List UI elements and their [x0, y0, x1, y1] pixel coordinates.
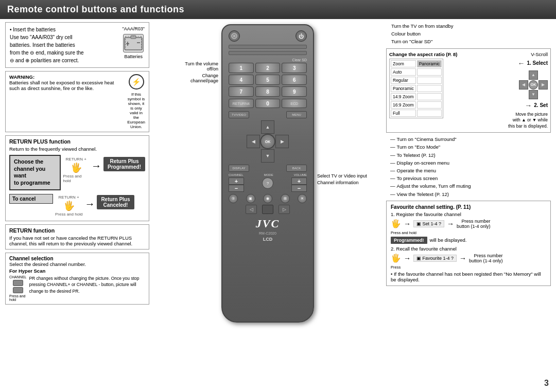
- zoom-option-regular: Regular: [391, 77, 416, 84]
- back-button[interactable]: BACK: [286, 165, 307, 172]
- bottom-num-row: RETURN4 0 ECD: [229, 99, 307, 108]
- clear-sd-label-row: Clear SD: [229, 58, 307, 62]
- nav-center[interactable]: [262, 205, 273, 214]
- jvc-logo: JVC: [229, 217, 307, 230]
- favourite-box: Favourite channel setting. (P. 11) 1. Re…: [386, 201, 551, 286]
- zoom-option-empty6: [417, 110, 442, 117]
- channel-buttons-image: CHANNEL Press and hold: [9, 275, 26, 301]
- model-number: RM-C2020: [229, 231, 307, 235]
- dpad-row-top: ▲: [248, 120, 288, 134]
- remote-bar1: [229, 45, 307, 49]
- display-button[interactable]: DISPLAY: [229, 165, 249, 172]
- icon-btn-5[interactable]: ✕: [298, 194, 307, 203]
- nav-left[interactable]: ◁: [246, 205, 257, 214]
- battery-box: • Insert the batteries Use two "AAA/R03"…: [5, 22, 149, 68]
- nav-arrow-row: ◁ ▷: [229, 205, 307, 214]
- svg-rect-0: [125, 38, 142, 50]
- ann-eco: —Turn on "Eco Mode": [390, 143, 551, 151]
- zoom-option-full: Full: [391, 110, 416, 117]
- num-btn-7[interactable]: 7: [229, 86, 254, 97]
- zoom-option-panoramic: Panoramic: [417, 60, 442, 67]
- channel-plus[interactable]: +: [229, 177, 244, 185]
- menu-button[interactable]: MENU: [286, 111, 307, 118]
- top-right-annotations: Turn the TV on from standby Colour butto…: [386, 22, 551, 46]
- fav-recall-row: 🖐 → ▣ Favourite 1-4 ? → Press number but…: [391, 253, 546, 263]
- num-btn-3[interactable]: 3: [282, 63, 307, 73]
- dpad-left[interactable]: ◀: [247, 135, 260, 148]
- warning-text: WARNING: Batteries shall not be exposed …: [9, 74, 124, 129]
- lcd-label: LCD: [229, 237, 307, 242]
- page-title: Remote control buttons and functions: [7, 4, 184, 14]
- mini-dpad-down: ▼: [529, 90, 538, 99]
- right-panel: Turn the TV on from standby Colour butto…: [386, 22, 551, 392]
- warning-box: WARNING: Batteries shall not be exposed …: [5, 71, 149, 132]
- ann-teletext: —To Teletext (P. 12): [390, 151, 551, 159]
- return-plus-box: RETURN PLUS function Return to the frequ…: [5, 135, 149, 221]
- num-btn-6[interactable]: 6: [282, 75, 307, 85]
- icon-btn-4[interactable]: ⊞: [281, 194, 290, 203]
- icon-btn-3[interactable]: ◉: [263, 194, 272, 203]
- icon-btn-1[interactable]: ①: [229, 194, 238, 203]
- aspect-ratio-box: Change the aspect ratio (P. 8) ZoomPanor…: [386, 48, 551, 133]
- select-label-row: ← 1. Select: [517, 59, 548, 67]
- vol-minus[interactable]: −: [291, 185, 307, 192]
- channel-minus-btn: [13, 287, 23, 293]
- remote-circle-btn-left[interactable]: [229, 30, 240, 42]
- vscroll-section: V-Scroll ← 1. Select ▲ ▼ ◀ ▶ OK → 2.: [507, 51, 548, 130]
- num-btn-1[interactable]: 1: [229, 63, 254, 73]
- mode-col: ?: [262, 177, 273, 192]
- remote-body: ⏻ Clear SD 1 2 3 4: [221, 24, 314, 323]
- set-label-row: → 2. Set: [525, 101, 548, 110]
- num-btn-2[interactable]: 2: [255, 63, 281, 73]
- icon-btn-2[interactable]: ▣: [246, 194, 255, 203]
- num-btn-4[interactable]: 4: [229, 75, 254, 85]
- mini-dpad-up: ▲: [529, 70, 538, 80]
- num-btn-9[interactable]: 9: [282, 86, 307, 97]
- mini-dpad-ok: OK: [529, 80, 538, 90]
- dpad-down[interactable]: ▼: [261, 149, 274, 163]
- zoom-option-empty: [417, 68, 442, 76]
- header: Remote control buttons and functions: [0, 0, 556, 19]
- warning-symbol: If this symbol is shown, it is only vali…: [127, 74, 145, 129]
- return4-button[interactable]: RETURN4: [229, 99, 254, 108]
- page-number: 3: [544, 379, 549, 388]
- ann-previous: —To previous screen: [390, 174, 551, 182]
- aspect-inner: Change the aspect ratio (P. 8) ZoomPanor…: [389, 51, 504, 118]
- tv-video-button[interactable]: TV/VIDEO: [229, 111, 249, 118]
- channel-minus[interactable]: −: [229, 185, 244, 192]
- num-btn-5[interactable]: 5: [255, 75, 281, 85]
- to-cancel-box: To cancel: [9, 194, 53, 204]
- zoom-option-empty3: [417, 85, 442, 92]
- ann-operate: —Operate the menu: [390, 167, 551, 174]
- ok-button[interactable]: OK: [260, 134, 275, 149]
- ann-onscreen: —Display on-screen menu: [390, 159, 551, 167]
- ann-cinema: —Turn on "Cinema Surround": [390, 135, 551, 143]
- zoom-option-empty5: [417, 101, 442, 109]
- ecd-button[interactable]: ECD: [282, 99, 307, 108]
- canceled-box: Return PlusCanceled!: [97, 195, 134, 209]
- zoom-option-zoom: Zoom: [391, 60, 416, 67]
- dpad-right[interactable]: ▶: [275, 135, 289, 148]
- channel-col: + −: [229, 177, 244, 192]
- return-function-box: RETURN function If you have not set or h…: [5, 224, 149, 250]
- hyper-scan-row: CHANNEL Press and hold PR changes withou…: [9, 275, 145, 301]
- nav-right[interactable]: ▷: [279, 205, 290, 214]
- mini-dpad-right: ▶: [538, 80, 548, 90]
- center-panel: Turn the volume off/on Change channel/pa…: [152, 22, 383, 392]
- zoom-option-169: 16:9 Zoom: [391, 101, 416, 109]
- ann-volume: —Adjust the volume, Turn off muting: [390, 182, 551, 190]
- num-btn-8[interactable]: 8: [255, 86, 281, 97]
- channel-vol-labels: CHANNEL MODE VOLUME: [229, 173, 307, 176]
- power-button[interactable]: ⏻: [296, 30, 307, 42]
- channel-plus-btn: [13, 280, 23, 286]
- vol-plus[interactable]: +: [291, 177, 307, 185]
- num-btn-0[interactable]: 0: [255, 99, 281, 108]
- programmed-badge: Programmed!: [391, 237, 427, 244]
- dpad-row-bottom: ▼: [248, 149, 288, 163]
- bottom-icon-buttons: ① ▣ ◉ ⊞ ✕: [229, 194, 307, 203]
- zoom-option-panoramic2: Panoramic: [391, 85, 416, 92]
- right-annotations: —Turn on "Cinema Surround" —Turn on "Eco…: [386, 135, 551, 198]
- dpad-up[interactable]: ▲: [261, 120, 274, 134]
- mode-button[interactable]: ?: [262, 177, 273, 189]
- battery-text: • Insert the batteries Use two "AAA/R03"…: [10, 26, 119, 64]
